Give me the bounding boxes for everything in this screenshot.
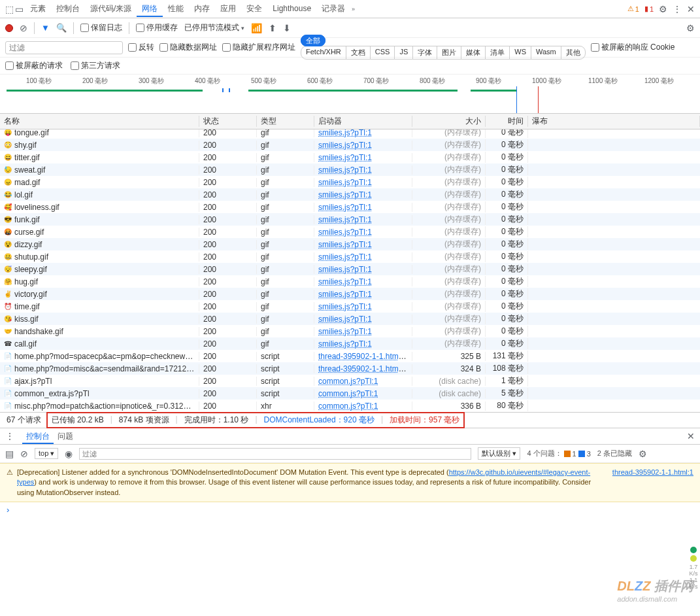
initiator-link[interactable]: smilies.js?pTl:1 — [318, 153, 372, 162]
tab-网络[interactable]: 网络 — [137, 1, 163, 17]
inspect-icon[interactable]: ⬚ — [5, 4, 14, 14]
table-row[interactable]: 😂lol.gif200gifsmilies.js?pTl:1(内存缓存)0 毫秒 — [0, 188, 700, 201]
drawer-menu-icon[interactable]: ⋮ — [5, 431, 14, 441]
table-row[interactable]: 📄misc.php?mod=patch&action=ipnotice&_r=0… — [0, 400, 700, 412]
table-row[interactable]: 🤗hug.gif200gifsmilies.js?pTl:1(内存缓存)0 毫秒 — [0, 275, 700, 288]
log-level-select[interactable]: 默认级别 ▾ — [478, 447, 520, 460]
gear-icon[interactable]: ⚙ — [659, 4, 667, 14]
table-row[interactable]: 😴sleepy.gif200gifsmilies.js?pTl:1(内存缓存)0… — [0, 263, 700, 275]
hide-data-checkbox[interactable]: 隐藏数据网址 — [159, 42, 217, 53]
filter-type-all[interactable]: 全部 — [301, 35, 325, 46]
disable-cache-checkbox[interactable]: 停用缓存 — [136, 22, 178, 33]
filter-type-Fetch/XHR[interactable]: Fetch/XHR — [301, 46, 346, 59]
initiator-link[interactable]: common.js?pTl:1 — [318, 377, 378, 386]
initiator-link[interactable]: smilies.js?pTl:1 — [318, 215, 372, 224]
table-row[interactable]: 😠mad.gif200gifsmilies.js?pTl:1(内存缓存)0 毫秒 — [0, 176, 700, 188]
initiator-link[interactable]: smilies.js?pTl:1 — [318, 302, 372, 311]
filter-type-清单[interactable]: 清单 — [486, 46, 510, 59]
message-source-link[interactable]: thread-395902-1-1.html:1 — [612, 468, 693, 498]
initiator-link[interactable]: smilies.js?pTl:1 — [318, 203, 372, 212]
console-filter-input[interactable] — [79, 448, 471, 460]
col-initiator[interactable]: 启动器 — [314, 116, 412, 127]
table-row[interactable]: 😳shy.gif200gifsmilies.js?pTl:1(内存缓存)0 毫秒 — [0, 139, 700, 151]
clear-icon[interactable]: ⊘ — [20, 23, 27, 33]
col-type[interactable]: 类型 — [257, 116, 314, 127]
drawer-tab-问题[interactable]: 问题 — [54, 430, 77, 443]
initiator-link[interactable]: smilies.js?pTl:1 — [318, 265, 372, 274]
tab-Lighthouse[interactable]: Lighthouse — [267, 1, 316, 16]
tab-应用[interactable]: 应用 — [215, 1, 241, 16]
col-status[interactable]: 状态 — [199, 116, 257, 127]
preserve-log-checkbox[interactable]: 保留日志 — [80, 22, 122, 33]
console-prompt[interactable]: › — [0, 502, 700, 517]
initiator-link[interactable]: smilies.js?pTl:1 — [318, 129, 372, 137]
record-button[interactable] — [5, 24, 13, 32]
filter-type-字体[interactable]: 字体 — [413, 46, 437, 59]
upload-icon[interactable]: ⬆ — [269, 23, 276, 33]
table-row[interactable]: 📄common_extra.js?pTl200scriptcommon.js?p… — [0, 387, 700, 400]
console-settings-icon[interactable]: ⚙ — [639, 449, 647, 459]
initiator-link[interactable]: common.js?pTl:1 — [318, 389, 378, 398]
col-name[interactable]: 名称 — [0, 116, 199, 127]
network-settings-icon[interactable]: ⚙ — [686, 23, 695, 33]
table-row[interactable]: ⏰time.gif200gifsmilies.js?pTl:1(内存缓存)0 毫… — [0, 300, 700, 313]
table-row[interactable]: 🤬curse.gif200gifsmilies.js?pTl:1(内存缓存)0 … — [0, 226, 700, 238]
initiator-link[interactable]: smilies.js?pTl:1 — [318, 315, 372, 324]
filter-type-Wasm[interactable]: Wasm — [531, 46, 561, 59]
tab-内存[interactable]: 内存 — [189, 1, 215, 16]
context-select[interactable]: top ▾ — [35, 448, 58, 459]
download-icon[interactable]: ⬇ — [283, 23, 291, 33]
issues-summary[interactable]: 4 个问题： 1 3 — [527, 449, 590, 458]
table-row[interactable]: ☎call.gif200gifsmilies.js?pTl:1(内存缓存)0 毫… — [0, 337, 700, 350]
table-body[interactable]: 😱shocked.gif200gifsmilies.js?pTl:1(内存缓存)… — [0, 129, 700, 412]
filter-type-文档[interactable]: 文档 — [346, 46, 371, 59]
initiator-link[interactable]: smilies.js?pTl:1 — [318, 165, 372, 175]
table-row[interactable]: 😓sweat.gif200gifsmilies.js?pTl:1(内存缓存)0 … — [0, 163, 700, 176]
timeline-overview[interactable]: 100 毫秒200 毫秒300 毫秒400 毫秒500 毫秒600 毫秒700 … — [0, 75, 700, 114]
table-row[interactable]: 🥰loveliness.gif200gifsmilies.js?pTl:1(内存… — [0, 201, 700, 213]
table-row[interactable]: 🤝handshake.gif200gifsmilies.js?pTl:1(内存缓… — [0, 325, 700, 337]
live-expression-icon[interactable]: ◉ — [65, 449, 73, 459]
warning-badge[interactable]: ⚠ 1 — [627, 5, 639, 13]
initiator-link[interactable]: smilies.js?pTl:1 — [318, 277, 372, 286]
initiator-link[interactable]: smilies.js?pTl:1 — [318, 178, 372, 187]
col-time[interactable]: 时间 — [486, 116, 528, 127]
tab-性能[interactable]: 性能 — [163, 1, 189, 16]
search-icon[interactable]: 🔍 — [56, 23, 67, 33]
device-icon[interactable]: ▭ — [15, 4, 24, 14]
close-icon[interactable]: ✕ — [687, 4, 695, 14]
initiator-link[interactable]: thread-395902-1-1.html:780 — [318, 364, 412, 373]
filter-input[interactable] — [5, 41, 123, 54]
table-row[interactable]: 😘kiss.gif200gifsmilies.js?pTl:1(内存缓存)0 毫… — [0, 313, 700, 325]
table-header[interactable]: 名称 状态 类型 启动器 大小 时间 瀑布 — [0, 114, 700, 129]
tab-源代码/来源[interactable]: 源代码/来源 — [85, 1, 137, 16]
table-row[interactable]: 😵dizzy.gif200gifsmilies.js?pTl:1(内存缓存)0 … — [0, 238, 700, 250]
filter-type-CSS[interactable]: CSS — [371, 46, 395, 59]
tab-控制台[interactable]: 控制台 — [51, 1, 85, 16]
initiator-link[interactable]: smilies.js?pTl:1 — [318, 290, 372, 299]
filter-type-WS[interactable]: WS — [510, 46, 531, 59]
error-badge[interactable]: ▮ 1 — [644, 5, 654, 13]
initiator-link[interactable]: thread-395902-1-1.html:779 — [318, 352, 412, 361]
hidden-count[interactable]: 2 条已隐藏 — [597, 449, 632, 458]
tab-记录器[interactable]: 记录器 — [316, 1, 350, 16]
filter-type-其他[interactable]: 其他 — [561, 46, 585, 59]
more-tabs-icon[interactable]: » — [352, 6, 355, 12]
kebab-icon[interactable]: ⋮ — [673, 4, 682, 14]
table-row[interactable]: 📄ajax.js?pTl200scriptcommon.js?pTl:1(dis… — [0, 375, 700, 387]
tab-元素[interactable]: 元素 — [25, 1, 51, 16]
table-row[interactable]: 😄titter.gif200gifsmilies.js?pTl:1(内存缓存)0… — [0, 151, 700, 163]
filter-type-JS[interactable]: JS — [395, 46, 413, 59]
table-row[interactable]: 😛tongue.gif200gifsmilies.js?pTl:1(内存缓存)0… — [0, 129, 700, 139]
third-party-checkbox[interactable]: 第三方请求 — [71, 60, 120, 71]
initiator-link[interactable]: smilies.js?pTl:1 — [318, 327, 372, 336]
table-row[interactable]: ✌victory.gif200gifsmilies.js?pTl:1(内存缓存)… — [0, 288, 700, 300]
wifi-icon[interactable]: 📶 — [251, 23, 262, 33]
hide-ext-checkbox[interactable]: 隐藏扩展程序网址 — [222, 42, 295, 53]
initiator-link[interactable]: smilies.js?pTl:1 — [318, 190, 372, 199]
initiator-link[interactable]: smilies.js?pTl:1 — [318, 240, 372, 249]
console-sidebar-icon[interactable]: ▤ — [5, 449, 14, 459]
initiator-link[interactable]: common.js?pTl:1 — [318, 402, 378, 411]
filter-icon[interactable]: ▼ — [41, 23, 50, 33]
console-warning[interactable]: ⚠ [Deprecation] Listener added for a syn… — [0, 463, 700, 502]
